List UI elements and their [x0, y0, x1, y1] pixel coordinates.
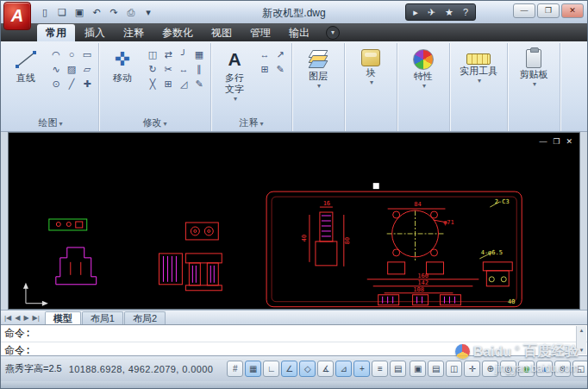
rotate-icon[interactable]: ↻: [145, 62, 160, 77]
trim-icon[interactable]: ✂: [160, 62, 176, 77]
scale-icon[interactable]: ◿: [176, 77, 191, 91]
text-style-icon[interactable]: ✎: [272, 62, 288, 77]
fillet-icon[interactable]: ╯: [176, 47, 191, 62]
help-icon[interactable]: ?: [463, 7, 468, 17]
new-file-icon[interactable]: ▯: [37, 5, 53, 20]
multileader-icon[interactable]: ↗: [272, 47, 288, 62]
annotation-scale-icon[interactable]: ▲: [536, 361, 553, 377]
annotation-visibility-icon[interactable]: ◉: [518, 361, 535, 377]
snap-toggle[interactable]: #: [227, 361, 243, 377]
rectangle-icon[interactable]: ▭: [79, 47, 95, 62]
minimize-button[interactable]: —: [513, 3, 535, 18]
clipboard-button[interactable]: 剪贴板 ▾: [511, 46, 556, 88]
polygon-icon[interactable]: ▱: [79, 62, 95, 77]
tab-view[interactable]: 视图: [203, 24, 241, 41]
edit-polyline-icon[interactable]: ✎: [191, 77, 207, 91]
infocenter-expand-icon[interactable]: ▸: [413, 7, 418, 18]
plot-icon[interactable]: ⎙: [123, 5, 139, 20]
explode-icon[interactable]: ⊞: [160, 77, 176, 91]
ray-icon[interactable]: ╱: [64, 77, 79, 91]
close-button[interactable]: ✕: [561, 3, 584, 18]
circle-icon[interactable]: ○: [64, 47, 79, 62]
lineweight-toggle[interactable]: ≡: [372, 361, 388, 377]
grid-toggle[interactable]: ▦: [245, 361, 261, 377]
tab-insert[interactable]: 插入: [76, 24, 114, 41]
workspace-gear-icon[interactable]: ⚙: [554, 361, 571, 377]
copy-icon[interactable]: ◫: [145, 47, 160, 62]
next-tab-icon[interactable]: ▶: [23, 314, 28, 322]
panel-label-modify[interactable]: 修改▾: [101, 116, 209, 130]
line-tool-button[interactable]: 直线: [6, 46, 46, 83]
mtext-tool-button[interactable]: A 多行 文字 ▾: [215, 46, 254, 103]
doc-close-icon[interactable]: ✕: [566, 137, 572, 146]
favorites-icon[interactable]: ★: [445, 7, 454, 18]
block-button[interactable]: 块 ▾: [348, 46, 393, 86]
quick-view-layouts-icon[interactable]: ▤: [428, 361, 444, 377]
panel-utilities: 实用工具 ▾: [450, 43, 508, 131]
tab-parametric[interactable]: 参数化: [153, 24, 202, 41]
hatch-icon[interactable]: ▨: [64, 62, 79, 77]
properties-button[interactable]: 特性 ▾: [401, 46, 446, 90]
spline-icon[interactable]: ∿: [48, 62, 64, 77]
layer-properties-button[interactable]: 图层 ▾: [296, 46, 341, 90]
pan-icon[interactable]: ✛: [464, 361, 480, 377]
tab-annotate[interactable]: 注释: [115, 24, 153, 41]
communication-center-icon[interactable]: ✈: [428, 7, 435, 18]
quick-view-drawings-icon[interactable]: ◫: [446, 361, 462, 377]
tab-layout2[interactable]: 布局2: [124, 311, 166, 324]
array-icon[interactable]: ▦: [191, 47, 207, 62]
save-icon[interactable]: ▣: [72, 5, 87, 20]
prev-tab-icon[interactable]: ◀: [15, 314, 20, 322]
ribbon-minimize-icon[interactable]: ▾: [326, 26, 340, 40]
command-scrollbar[interactable]: ▴ ▾: [576, 326, 586, 354]
polar-toggle[interactable]: ∠: [281, 361, 297, 377]
move-tool-button[interactable]: ✜ 移动: [103, 46, 142, 83]
doc-restore-icon[interactable]: ❐: [553, 137, 560, 146]
utilities-button[interactable]: 实用工具 ▾: [454, 46, 504, 85]
assembly-drawing: 16 40 80 84 2-C3 φ71 4-φ6.5: [266, 191, 522, 307]
tab-manage[interactable]: 管理: [241, 24, 279, 41]
point-icon[interactable]: ✚: [79, 77, 95, 91]
qat-menu-icon[interactable]: ▾: [141, 5, 156, 20]
open-file-icon[interactable]: ❏: [54, 5, 70, 20]
donut-icon[interactable]: ⊙: [48, 77, 64, 91]
undo-icon[interactable]: ↶: [89, 5, 104, 20]
otrack-toggle[interactable]: ∡: [317, 361, 334, 377]
mirror-icon[interactable]: ⇄: [160, 47, 176, 62]
panel-label-draw[interactable]: 绘图▾: [4, 116, 97, 130]
tab-model[interactable]: 模型: [45, 311, 81, 324]
model-button[interactable]: ▣: [410, 361, 426, 377]
drawing-canvas[interactable]: — ❐ ✕: [8, 132, 580, 310]
linear-dimension-icon[interactable]: ↔: [257, 47, 272, 62]
osnap-toggle[interactable]: ◇: [299, 361, 316, 377]
cleanscreen-icon[interactable]: ◱: [572, 361, 588, 377]
dyn-toggle[interactable]: +: [353, 361, 370, 377]
tab-layout1[interactable]: 布局1: [82, 311, 123, 324]
erase-icon[interactable]: ╳: [145, 77, 160, 91]
ortho-toggle[interactable]: ∟: [263, 361, 279, 377]
steering-wheel-icon[interactable]: ◎: [500, 361, 516, 377]
stretch-icon[interactable]: ↔: [176, 62, 191, 77]
coordinates-readout[interactable]: 10188.6928, 4962.2079, 0.0000: [69, 364, 214, 374]
table-icon[interactable]: ⊞: [257, 62, 272, 77]
scroll-down-icon[interactable]: ▾: [580, 347, 584, 354]
application-menu-button[interactable]: A: [3, 2, 31, 30]
tab-output[interactable]: 输出: [280, 24, 318, 41]
quickprops-toggle[interactable]: ▤: [390, 361, 406, 377]
zoom-icon[interactable]: ⊕: [482, 361, 498, 377]
mtext-icon: A: [228, 47, 241, 72]
command-input-line[interactable]: 命令:: [1, 342, 587, 360]
redo-icon[interactable]: ↷: [106, 5, 122, 20]
cad-drawing[interactable]: 16 40 80 84 2-C3 φ71 4-φ6.5: [9, 133, 579, 309]
first-tab-icon[interactable]: |◀: [4, 314, 11, 322]
restore-button[interactable]: ❐: [537, 3, 560, 18]
last-tab-icon[interactable]: ▶|: [33, 314, 40, 322]
command-window: 命令: 命令: ▴ ▾: [1, 324, 587, 355]
panel-label-annotation[interactable]: 注释▾: [213, 116, 290, 130]
tab-home[interactable]: 常用: [37, 24, 75, 41]
arc-icon[interactable]: ◠: [48, 47, 64, 62]
offset-icon[interactable]: ∥: [191, 62, 207, 77]
scroll-up-icon[interactable]: ▴: [580, 327, 584, 334]
doc-minimize-icon[interactable]: —: [539, 137, 547, 146]
ducs-toggle[interactable]: ⊿: [335, 361, 352, 377]
